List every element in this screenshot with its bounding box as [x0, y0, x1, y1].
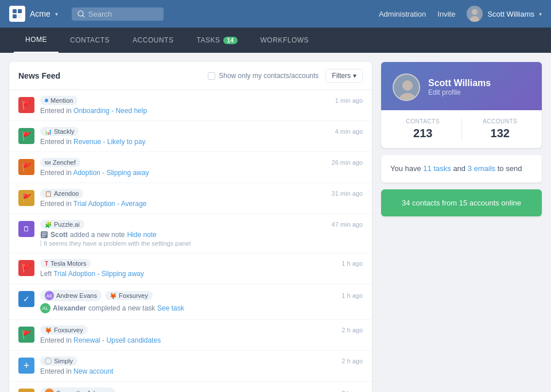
online-label: 34 contacts from 15 accounts online	[402, 199, 521, 207]
feed-text: Entered in Revenue - Likely to pay	[40, 138, 363, 146]
right-panel: Scott Williams Edit profile CONTACTS 213…	[381, 62, 542, 392]
feed-item-row1: 📋 Azendoo 31 min ago	[40, 189, 363, 198]
feed-tag: 📊 Stackly	[40, 127, 79, 136]
feed-item-content: 🍽 Zenchef 26 min ago Entered in Adoption…	[40, 158, 363, 177]
feed-item-row1: AE Andrew Evans 🦊 Foxsurvey 1 h ago	[40, 290, 363, 301]
app-chevron-icon[interactable]: ▾	[55, 11, 58, 17]
nav-accounts[interactable]: ACCOUNTS	[121, 28, 185, 53]
feed-time: 31 min ago	[332, 190, 363, 197]
feed-text: Left Trial Adoption - Slipping away	[40, 270, 363, 278]
feed-item-content: SJ Samantha Johnson 3 h ago Entered in T…	[40, 387, 363, 392]
feed-item: 🚩 🍽 Zenchef 26 min ago Entered in Adopti…	[9, 152, 372, 183]
feed-text: Scott added a new note Hide note	[40, 231, 363, 239]
feed-item-row1: Mention 1 min ago	[40, 96, 363, 105]
feed-item: 🚩 📊 Stackly 4 min ago Entered in Revenue…	[9, 121, 372, 152]
feed-link[interactable]: Trial Adoption - Slipping away	[53, 270, 144, 278]
feed-link[interactable]: Adoption - Slipping away	[73, 169, 149, 177]
svg-rect-3	[18, 14, 22, 18]
edit-profile-link[interactable]: Edit profile	[428, 88, 491, 96]
mini-avatar-icon: AL	[40, 303, 51, 313]
feed-item-row1: Simply 2 h ago	[40, 356, 363, 366]
feed-tag: AE Andrew Evans	[40, 290, 102, 301]
app-logo[interactable]	[9, 6, 25, 22]
app-name[interactable]: Acme	[30, 9, 51, 18]
feed-text: AL Alexander completed a new task See ta…	[40, 303, 363, 313]
feed-item-icon: 🚩	[18, 128, 34, 144]
feed-item-row1: 📊 Stackly 4 min ago	[40, 127, 363, 136]
nav-workflows[interactable]: WORKFLOWS	[249, 28, 321, 53]
profile-avatar	[393, 73, 420, 101]
emails-count-link[interactable]: 3 emails	[468, 164, 495, 173]
stat-accounts-label: ACCOUNTS	[467, 118, 534, 125]
feed-item-icon: 🚩	[18, 97, 34, 113]
feed-text: Entered in Onboarding - Need help	[40, 107, 363, 115]
feed-time: 4 min ago	[335, 128, 363, 135]
mini-avatar-icon: AE	[45, 291, 54, 300]
user-chevron-icon[interactable]: ▾	[539, 11, 542, 17]
sub-nav: HOME CONTACTS ACCOUNTS TASKS 14 WORKFLOW…	[0, 28, 551, 53]
feed-link[interactable]: Onboarding - Need help	[73, 107, 147, 115]
feed-item: 🚩 🦊 Foxsurvey 2 h ago Entered in Renewal…	[9, 320, 372, 351]
invite-link[interactable]: Invite	[437, 10, 455, 18]
tasks-count-link[interactable]: 11 tasks	[423, 164, 451, 173]
svg-line-5	[82, 15, 84, 17]
feed-time: 26 min ago	[332, 159, 363, 166]
filters-chevron-icon: ▾	[353, 72, 356, 80]
stat-contacts: CONTACTS 213	[389, 118, 457, 140]
filter-checkbox-input[interactable]	[208, 72, 215, 80]
svg-rect-2	[13, 14, 17, 18]
svg-rect-1	[18, 9, 22, 13]
feed-item: 🚩 T Tesla Motors 1 h ago Left Trial Adop…	[9, 253, 372, 284]
feed-time: 1 min ago	[335, 97, 363, 104]
profile-card: Scott Williams Edit profile CONTACTS 213…	[381, 62, 542, 148]
admin-link[interactable]: Administration	[379, 10, 426, 18]
feed-link[interactable]: Trial Adoption - Average	[73, 200, 146, 208]
tasks-suffix: to send	[495, 164, 522, 173]
see-task-link[interactable]: See task	[157, 304, 184, 312]
feed-link[interactable]: Revenue - Likely to pay	[73, 138, 145, 146]
user-avatar-small	[467, 6, 483, 22]
feed-tag: 🍽 Zenchef	[40, 158, 80, 167]
profile-name: Scott Williams	[428, 78, 491, 88]
feed-item-icon: +	[18, 358, 34, 374]
tasks-prefix: You have	[390, 164, 423, 173]
feed-item-row1: 🦊 Foxsurvey 2 h ago	[40, 325, 363, 335]
filters-button[interactable]: Filters ▾	[325, 69, 363, 83]
feed-tag: Mention	[40, 96, 77, 105]
main-container: News Feed Show only my contacts/accounts…	[0, 53, 551, 392]
feed-item-icon: 🚩	[18, 260, 34, 276]
feed-item-content: Simply 2 h ago Entered in New account	[40, 356, 363, 375]
user-name: Scott Williams	[487, 10, 534, 18]
feed-tag: SJ Samantha Johnson	[40, 387, 115, 392]
svg-rect-0	[13, 9, 17, 13]
search-box[interactable]: Search	[72, 7, 164, 21]
nav-tasks[interactable]: TASKS 14	[185, 28, 249, 53]
hide-note-link[interactable]: Hide note	[127, 231, 156, 239]
filter-label-text: Show only my contacts/accounts	[219, 72, 319, 80]
news-feed-title: News Feed	[18, 71, 201, 80]
feed-item-icon: 🗒	[18, 221, 34, 237]
mini-avatar-icon: SJ	[45, 389, 54, 392]
feed-item: + Simply 2 h ago Entered in New account	[9, 351, 372, 382]
feed-link[interactable]: New account	[73, 367, 113, 375]
nav-contacts[interactable]: CONTACTS	[59, 28, 121, 53]
note-icon	[40, 231, 48, 239]
feed-tag: 🧩 Puzzle.ai	[40, 220, 84, 229]
filter-checkbox-label[interactable]: Show only my contacts/accounts	[208, 72, 319, 80]
tasks-badge: 14	[223, 37, 237, 44]
stat-accounts-value: 132	[467, 127, 534, 140]
online-card[interactable]: 34 contacts from 15 accounts online	[381, 189, 542, 216]
user-menu[interactable]: Scott Williams ▾	[467, 6, 542, 22]
tag-dot-icon	[45, 99, 48, 102]
feed-item: 🚩 Mention 1 min ago Entered in Onboardin…	[9, 90, 372, 121]
top-nav-right: Administration Invite Scott Williams ▾	[379, 6, 542, 22]
feed-tag: 🦊 Foxsurvey	[40, 325, 88, 335]
feed-text: Entered in Trial Adoption - Average	[40, 200, 363, 208]
nav-home[interactable]: HOME	[14, 28, 59, 53]
profile-info: Scott Williams Edit profile	[428, 78, 491, 96]
feed-item-row1: 🧩 Puzzle.ai 47 min ago	[40, 220, 363, 229]
stat-contacts-label: CONTACTS	[389, 118, 457, 125]
feed-item-icon: 🚩	[18, 327, 34, 343]
feed-link[interactable]: Renewal - Upsell candidates	[73, 336, 161, 344]
feed-tag: Simply	[40, 356, 77, 366]
